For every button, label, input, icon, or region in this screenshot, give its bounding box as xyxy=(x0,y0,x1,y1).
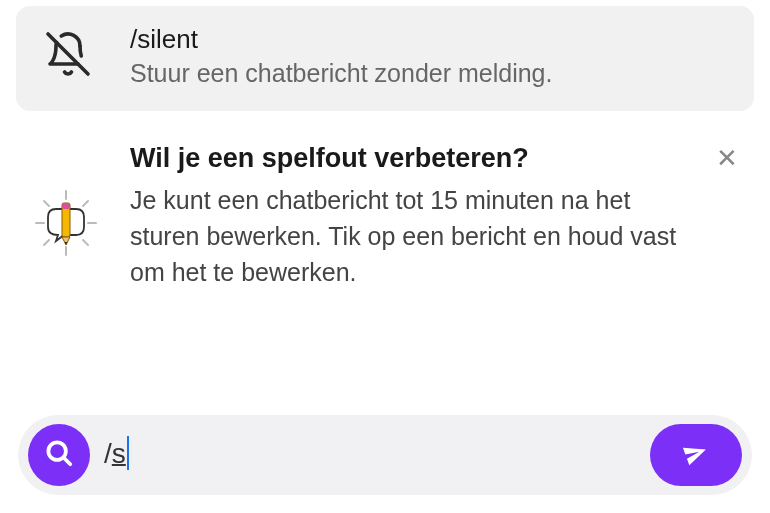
message-input-bar: /s xyxy=(18,415,752,495)
tip-title: Wil je een spelfout verbeteren? xyxy=(130,143,704,174)
bell-off-icon xyxy=(44,30,92,82)
tip-content: Wil je een spelfout verbeteren? Je kunt … xyxy=(130,143,740,291)
suggestion-description: Stuur een chatbericht zonder melding. xyxy=(130,57,726,91)
edit-tip-card: Wil je een spelfout verbeteren? Je kunt … xyxy=(20,143,750,291)
tip-body: Je kunt een chatbericht tot 15 minuten n… xyxy=(130,182,704,291)
svg-line-5 xyxy=(44,201,49,206)
command-suggestion[interactable]: /silent Stuur een chatbericht zonder mel… xyxy=(16,6,754,111)
svg-rect-10 xyxy=(62,203,70,209)
send-icon xyxy=(682,439,710,471)
close-icon[interactable]: ✕ xyxy=(712,139,742,178)
suggestion-command: /silent xyxy=(130,24,726,55)
svg-line-8 xyxy=(83,201,88,206)
svg-line-7 xyxy=(44,240,49,245)
search-button[interactable] xyxy=(28,424,90,486)
message-input[interactable]: /s xyxy=(104,438,636,473)
send-button[interactable] xyxy=(650,424,742,486)
svg-line-6 xyxy=(83,240,88,245)
edit-pencil-icon xyxy=(30,187,102,263)
svg-line-14 xyxy=(64,458,70,464)
search-icon xyxy=(44,438,74,472)
suggestion-text: /silent Stuur een chatbericht zonder mel… xyxy=(130,24,726,91)
